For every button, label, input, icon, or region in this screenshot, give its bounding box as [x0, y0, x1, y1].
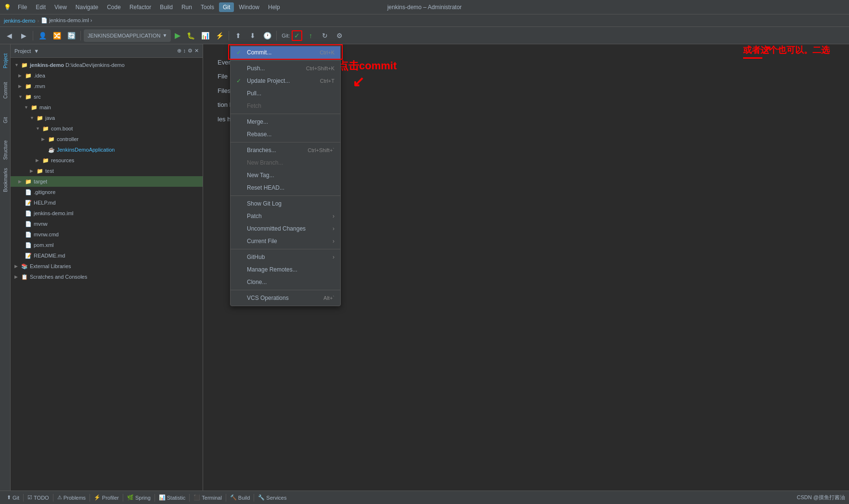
menu-item-clone[interactable]: Clone...: [231, 276, 340, 288]
menu-file[interactable]: File: [14, 2, 31, 12]
statusbar-git[interactable]: ⬆ Git: [4, 493, 22, 502]
menu-item-new-branch: New Branch...: [231, 156, 340, 169]
menu-item-manage-remotes[interactable]: Manage Remotes...: [231, 263, 340, 276]
menu-refactor[interactable]: Refactor: [126, 2, 155, 12]
test-label: test: [45, 168, 54, 174]
todo-icon: ☑: [27, 494, 32, 501]
tree-comboot[interactable]: ▼ 📁 com.boot: [11, 123, 203, 134]
menu-item-push[interactable]: Push... Ctrl+Shift+K: [231, 62, 340, 75]
menu-item-rebase[interactable]: Rebase...: [231, 128, 340, 141]
caret-icon: ▶: [30, 168, 35, 173]
menu-item-pull[interactable]: Pull...: [231, 87, 340, 100]
caret-icon: ▼: [36, 126, 40, 131]
statusbar-statistic[interactable]: 📊 Statistic: [156, 493, 189, 502]
menu-item-commit[interactable]: ✓ Commit... Ctrl+K: [231, 46, 340, 59]
tree-resources[interactable]: ▶ 📁 resources: [11, 155, 203, 166]
menu-item-github[interactable]: GitHub ›: [231, 251, 340, 263]
project-dropdown-arrow[interactable]: ▼: [34, 48, 39, 54]
menu-item-reset-head[interactable]: Reset HEAD...: [231, 181, 340, 194]
menu-item-new-tag[interactable]: New Tag...: [231, 169, 340, 181]
git-push-btn[interactable]: ⬆: [232, 29, 244, 42]
profile-button[interactable]: ⚡: [213, 29, 226, 42]
helpmd-icon: 📝: [25, 200, 32, 206]
git-settings[interactable]: ⚙: [333, 29, 346, 42]
tree-external-libraries[interactable]: ▶ 📚 External Libraries: [11, 261, 203, 271]
statusbar-services[interactable]: 🔧 Services: [255, 493, 289, 502]
menu-code[interactable]: Code: [103, 2, 125, 12]
statusbar-spring[interactable]: 🌿 Spring: [124, 493, 154, 502]
menu-item-patch[interactable]: Patch ›: [231, 210, 340, 222]
statistic-icon: 📊: [159, 494, 166, 501]
caret-icon: ▶: [18, 73, 23, 78]
tree-scratches[interactable]: ▶ 📋 Scratches and Consoles: [11, 271, 203, 282]
tree-src[interactable]: ▼ 📁 src: [11, 91, 203, 102]
tree-idea[interactable]: ▶ 📁 .idea: [11, 70, 203, 81]
menu-help[interactable]: Help: [264, 2, 284, 12]
sidebar-icon-bookmarks[interactable]: Bookmarks: [0, 166, 10, 194]
menu-item-branches[interactable]: Branches... Ctrl+Shift+`: [231, 144, 340, 156]
tree-mvnw[interactable]: 📄 mvnw: [11, 219, 203, 229]
update-shortcut: Ctrl+T: [320, 78, 334, 84]
tree-controller[interactable]: ▶ 📁 controller: [11, 134, 203, 144]
scroll-to-source-icon[interactable]: ⊕: [177, 48, 181, 54]
menu-view[interactable]: View: [51, 2, 71, 12]
close-panel-icon[interactable]: ✕: [194, 48, 199, 54]
statusbar-terminal[interactable]: ⬛ Terminal: [191, 493, 225, 502]
breadcrumb-project[interactable]: jenkins-demo: [4, 18, 35, 24]
toolbar-user[interactable]: 👤: [36, 29, 49, 42]
tree-target[interactable]: ▶ 📁 target: [11, 176, 203, 187]
statusbar-problems[interactable]: ⚠ Problems: [54, 493, 89, 502]
tree-mvnwcmd[interactable]: 📄 mvnw.cmd: [11, 229, 203, 240]
toolbar-update[interactable]: 🔄: [65, 29, 77, 42]
statusbar-profiler[interactable]: ⚡ Profiler: [91, 493, 122, 502]
tree-java[interactable]: ▼ 📁 java: [11, 113, 203, 123]
tree-pomxml[interactable]: 📄 pom.xml: [11, 240, 203, 250]
toolbar-back[interactable]: ◀: [3, 29, 15, 42]
toolbar-branch[interactable]: 🔀: [51, 29, 63, 42]
tree-mvn[interactable]: ▶ 📁 .mvn: [11, 81, 203, 91]
sidebar-icon-git[interactable]: Git: [0, 106, 10, 135]
tree-helpmd[interactable]: 📝 HELP.md: [11, 197, 203, 208]
tree-test[interactable]: ▶ 📁 test: [11, 166, 203, 176]
menu-item-current-file[interactable]: Current File ›: [231, 235, 340, 247]
git-push-toolbar[interactable]: ↑: [304, 29, 317, 42]
menu-window[interactable]: Window: [235, 2, 263, 12]
git-commit-checkmark[interactable]: ✓: [292, 30, 302, 41]
menu-item-merge[interactable]: Merge...: [231, 116, 340, 128]
toolbar-forward[interactable]: ▶: [17, 29, 30, 42]
menu-edit[interactable]: Edit: [32, 2, 50, 12]
collapse-all-icon[interactable]: ↕: [183, 48, 186, 54]
menu-item-vcs[interactable]: VCS Operations Alt+`: [231, 292, 340, 304]
tree-root[interactable]: ▼ 📁 jenkins-demo D:\ideaDev\jenkins-demo: [11, 60, 203, 70]
git-fetch-toolbar[interactable]: ↻: [319, 29, 331, 42]
menu-build[interactable]: Build: [156, 2, 177, 12]
menu-git[interactable]: Git: [219, 2, 234, 12]
settings-icon[interactable]: ⚙: [188, 48, 193, 54]
tree-iml[interactable]: 📄 jenkins-demo.iml: [11, 208, 203, 219]
run-configuration[interactable]: JENKINSDEMOAPPLICATION ▼: [84, 29, 171, 42]
toolbar: ◀ ▶ 👤 🔀 🔄 JENKINSDEMOAPPLICATION ▼ ▶ 🐛 📊…: [0, 27, 849, 44]
statusbar-todo[interactable]: ☑ TODO: [25, 493, 52, 502]
tree-gitignore[interactable]: 📄 .gitignore: [11, 187, 203, 197]
sidebar-icon-structure[interactable]: Structure: [0, 136, 10, 165]
menu-item-uncommitted[interactable]: Uncommitted Changes ›: [231, 222, 340, 235]
tree-jenkinsdemo-app[interactable]: ☕ JenkinsDemoApplication: [11, 144, 203, 155]
tree-readmemd[interactable]: 📝 README.md: [11, 250, 203, 261]
git-pull-btn[interactable]: ⬇: [246, 29, 259, 42]
menu-item-show-log[interactable]: Show Git Log: [231, 197, 340, 210]
branches-shortcut: Ctrl+Shift+`: [308, 147, 334, 153]
menu-tools[interactable]: Tools: [197, 2, 218, 12]
menu-navigate[interactable]: Navigate: [72, 2, 102, 12]
sidebar-icon-project[interactable]: Project: [0, 46, 10, 75]
git-history-btn[interactable]: 🕐: [261, 29, 273, 42]
debug-button[interactable]: 🐛: [184, 29, 197, 42]
run-button[interactable]: ▶: [173, 31, 182, 40]
coverage-button[interactable]: 📊: [199, 29, 211, 42]
breadcrumb-file[interactable]: 📄 jenkins-demo.iml ›: [41, 17, 92, 24]
menu-run[interactable]: Run: [178, 2, 196, 12]
caret-icon: ▶: [41, 137, 46, 142]
sidebar-icon-commit[interactable]: Commit: [0, 76, 10, 105]
tree-main[interactable]: ▼ 📁 main: [11, 102, 203, 113]
menu-item-update[interactable]: ✓ Update Project... Ctrl+T: [231, 75, 340, 87]
statusbar-build[interactable]: 🔨 Build: [227, 493, 253, 502]
